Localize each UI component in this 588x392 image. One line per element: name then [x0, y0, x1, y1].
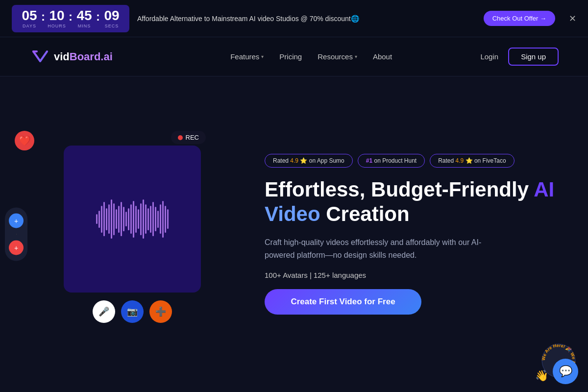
waveform-bar: [111, 199, 112, 239]
waveform-bar: [121, 202, 122, 236]
nav-links: Features ▾ Pricing Resources ▾ About: [142, 49, 481, 64]
rec-badge: REC: [171, 131, 206, 144]
waveform-bar: [135, 206, 137, 233]
waveform-bar: [116, 209, 117, 229]
rec-dot: [178, 135, 183, 140]
chevron-down-icon: ▾: [261, 54, 264, 59]
we-are-here-badge: We Are Here! 🎉 We Are Here! 💬 👋: [539, 341, 578, 382]
video-canvas: [64, 146, 201, 293]
countdown-mins: 45 MINS: [74, 9, 94, 28]
countdown-hours: 10 HOURS: [47, 9, 67, 28]
announcement-bar: 05 DAYS : 10 HOURS : 45 MINS : 09 SECS A…: [0, 0, 588, 37]
countdown-box: 05 DAYS : 10 HOURS : 45 MINS : 09 SECS: [12, 5, 129, 32]
waveform: [96, 199, 169, 239]
waveform-bar: [96, 214, 98, 224]
waveform-bar: [155, 207, 156, 231]
waveform-bar: [143, 199, 144, 239]
announcement-close-button[interactable]: ✕: [569, 13, 576, 24]
heart-icon: ❤️: [15, 131, 34, 150]
countdown-secs: 09 SECS: [102, 9, 122, 28]
waveform-bar: [98, 211, 100, 228]
nav-resources[interactable]: Resources ▾: [312, 49, 363, 64]
waveform-bar: [103, 202, 105, 236]
hero-title: Effortless, Budget-Friendly AI Video Cre…: [265, 177, 559, 227]
waveform-bar: [113, 203, 115, 235]
rating-badge-producthunt: #1 on Product Hunt: [358, 154, 425, 168]
main-content: ❤️ REC + + 🎤 📷 ➕ Rated 4.9 ⭐ on App Sumo: [0, 76, 588, 392]
waveform-bar: [133, 201, 134, 238]
rating-badge-fivetaco: Rated 4.9 ⭐ on FiveTaco: [430, 154, 514, 168]
waveform-bar: [138, 209, 139, 229]
bottom-controls: 🎤 📷 ➕: [29, 300, 235, 333]
logo-text: vidBoard.ai: [54, 50, 113, 63]
microphone-button[interactable]: 🎤: [93, 300, 115, 323]
waveform-bar: [167, 209, 169, 229]
camera-button[interactable]: 📷: [121, 300, 144, 323]
chevron-down-icon: ▾: [355, 54, 357, 59]
waveform-bar: [118, 206, 120, 233]
wave-emoji: 👋: [535, 369, 548, 382]
waveform-bar: [165, 206, 166, 233]
toolbar-add-button[interactable]: +: [9, 214, 24, 228]
nav-pricing[interactable]: Pricing: [273, 49, 308, 64]
check-offer-button[interactable]: Check Out Offer →: [484, 11, 555, 26]
login-button[interactable]: Login: [480, 52, 498, 61]
waveform-bar: [140, 203, 142, 235]
navbar: vidBoard.ai Features ▾ Pricing Resources…: [0, 37, 588, 76]
waveform-bar: [125, 212, 127, 226]
nav-about[interactable]: About: [367, 49, 398, 64]
countdown-days: 05 DAYS: [20, 9, 39, 28]
waveform-bar: [106, 208, 107, 230]
logo[interactable]: vidBoard.ai: [29, 47, 113, 67]
toolbar-remove-button[interactable]: +: [9, 241, 24, 255]
rating-badge-appsumo: Rated 4.9 ⭐ on App Sumo: [265, 154, 353, 168]
waveform-bar: [162, 201, 164, 238]
hero-subtitle: Craft high-quality videos effortlessly a…: [265, 236, 510, 261]
rating-badges: Rated 4.9 ⭐ on App Sumo #1 on Product Hu…: [265, 154, 559, 168]
waveform-bar: [123, 207, 124, 231]
waveform-bar: [101, 206, 102, 233]
waveform-bar: [128, 208, 129, 230]
waveform-bar: [150, 206, 151, 233]
right-panel: Rated 4.9 ⭐ on App Sumo #1 on Product Hu…: [265, 154, 559, 315]
waveform-bar: [145, 204, 147, 234]
logo-icon: [29, 47, 50, 67]
waveform-bar: [152, 202, 154, 236]
signup-button[interactable]: Sign up: [508, 48, 559, 66]
waveform-bar: [130, 204, 132, 234]
waveform-bar: [147, 208, 149, 230]
announcement-text: Affordable Alternative to Mainstream AI …: [137, 15, 476, 23]
waveform-bar: [108, 204, 110, 234]
cta-button[interactable]: Create First Video for Free: [265, 289, 421, 315]
chat-button[interactable]: 💬: [553, 359, 578, 384]
nav-actions: Login Sign up: [480, 48, 559, 66]
nav-features[interactable]: Features ▾: [224, 49, 270, 64]
chat-widget: We Are Here! 🎉 We Are Here! 💬 👋: [539, 341, 578, 382]
add-button[interactable]: ➕: [149, 300, 172, 323]
hero-stats: 100+ Avatars | 125+ languages: [265, 271, 559, 279]
video-panel: ❤️ REC + + 🎤 📷 ➕: [29, 136, 235, 333]
left-toolbar: + +: [5, 208, 27, 261]
waveform-bar: [160, 204, 161, 234]
waveform-bar: [157, 211, 159, 228]
